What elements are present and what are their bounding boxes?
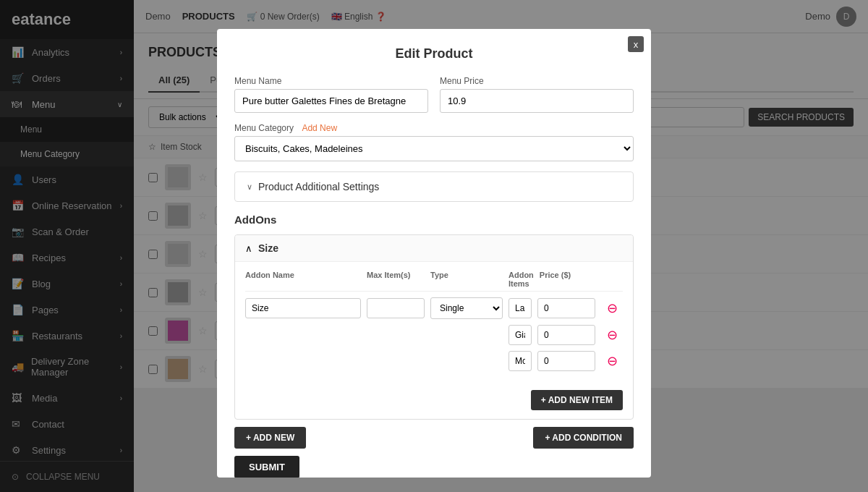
form-group-name: Menu Name (234, 76, 428, 113)
accordion-header[interactable]: ∨ Product Additional Settings (235, 172, 633, 201)
col-price: Price ($) (540, 271, 597, 288)
add-new-item-area: + ADD NEW ITEM (235, 386, 633, 419)
col-addon-items: Addon Items (509, 271, 534, 288)
form-group-price: Menu Price (440, 76, 634, 113)
product-additional-settings-accordion: ∨ Product Additional Settings (234, 171, 634, 202)
addon-price-input-2[interactable] (537, 351, 595, 371)
addons-section: AddOns ∧ Size Addon Name Max Item(s) Typ… (234, 213, 634, 420)
addon-group-collapse-icon: ∧ (245, 243, 252, 254)
addon-max-items-field[interactable] (367, 298, 425, 318)
modal-footer: + ADD NEW + ADD CONDITION (234, 427, 634, 449)
addon-item-input-1[interactable] (509, 325, 532, 345)
addon-item-row-2: ⊖ (245, 351, 623, 371)
remove-item-button-0[interactable]: ⊖ (601, 302, 623, 315)
modal-close-button[interactable]: x (628, 36, 644, 52)
menu-name-input[interactable] (234, 89, 428, 113)
col-action (603, 271, 625, 288)
remove-item-button-2[interactable]: ⊖ (601, 355, 623, 368)
menu-name-label: Menu Name (234, 76, 428, 86)
remove-item-button-1[interactable]: ⊖ (601, 328, 623, 342)
addon-type-select[interactable]: Single Multiple (430, 297, 503, 319)
addon-col-headers: Addon Name Max Item(s) Type Addon Items … (245, 271, 623, 292)
addon-table: Addon Name Max Item(s) Type Addon Items … (235, 262, 633, 386)
addons-title: AddOns (234, 213, 634, 226)
add-new-category-link[interactable]: Add New (302, 123, 337, 133)
addon-group-title: Size (258, 242, 278, 254)
addon-group-header[interactable]: ∧ Size (235, 235, 633, 262)
addon-item-row-1: ⊖ (245, 325, 623, 345)
menu-category-label: Menu Category Add New (234, 123, 634, 133)
addon-group-size: ∧ Size Addon Name Max Item(s) Type Addon… (234, 234, 634, 420)
modal-overlay[interactable]: x Edit Product Menu Name Menu Price Menu… (0, 0, 868, 492)
addon-name-row: Single Multiple ⊖ (245, 297, 623, 319)
add-condition-button[interactable]: + ADD CONDITION (533, 427, 634, 449)
add-new-addon-button[interactable]: + ADD NEW (234, 427, 306, 449)
form-group-category: Menu Category Add New Biscuits, Cakes, M… (234, 123, 634, 161)
submit-button[interactable]: SUBMIT (234, 456, 299, 478)
accordion-title: Product Additional Settings (258, 181, 379, 192)
addon-name-field[interactable] (245, 298, 361, 318)
form-row-name-price: Menu Name Menu Price (234, 76, 634, 113)
modal-title: Edit Product (234, 46, 634, 62)
addon-item-input-0[interactable] (509, 298, 532, 318)
addon-item-input-2[interactable] (509, 351, 532, 371)
col-addon-name: Addon Name (245, 271, 361, 288)
menu-price-label: Menu Price (440, 76, 634, 86)
col-type: Type (430, 271, 503, 288)
accordion-chevron: ∨ (247, 182, 252, 192)
menu-price-input[interactable] (440, 89, 634, 113)
addon-price-input-1[interactable] (537, 325, 595, 345)
col-max-items: Max Item(s) (367, 271, 425, 288)
menu-category-select[interactable]: Biscuits, Cakes, Madeleines (234, 136, 634, 161)
edit-product-modal: x Edit Product Menu Name Menu Price Menu… (217, 29, 651, 478)
add-new-item-button[interactable]: + ADD NEW ITEM (531, 390, 623, 410)
addon-price-input-0[interactable] (537, 298, 595, 318)
